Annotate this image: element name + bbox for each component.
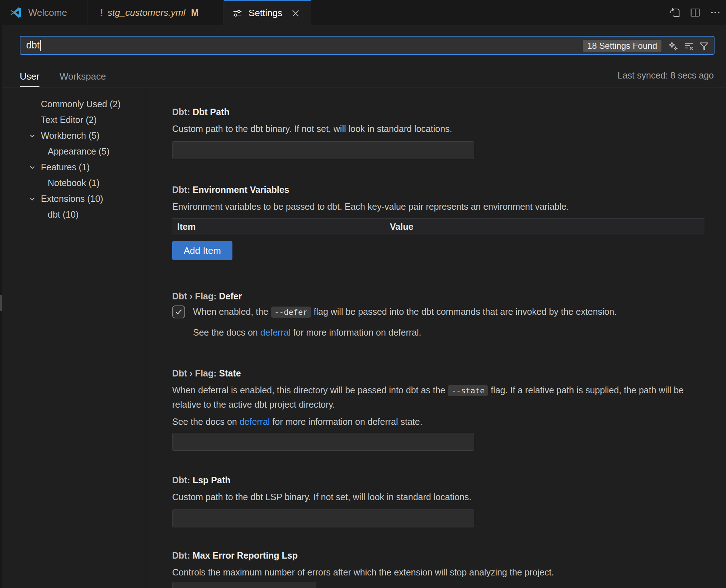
env-variables-table: Item Value — [172, 218, 704, 235]
setting-title: Dbt: Max Error Reporting Lsp — [172, 550, 707, 561]
setting-title: Dbt: Dbt Path — [172, 106, 707, 118]
settings-list: Dbt: Dbt Path Custom path to the dbt bin… — [146, 87, 726, 588]
clear-search-filters-icon[interactable] — [683, 41, 694, 52]
yaml-file-icon: ! — [100, 7, 103, 18]
close-icon[interactable] — [291, 9, 300, 18]
setting-flag-defer: Dbt › Flag: Defer When enabled, the --de… — [172, 290, 707, 339]
setting-description: Controls the maximum number of errors af… — [172, 565, 707, 579]
setting-title: Dbt: Lsp Path — [172, 474, 707, 486]
split-editor-icon[interactable] — [689, 7, 701, 18]
tab-file-label: stg_customers.yml — [108, 7, 185, 18]
modified-badge: M — [191, 8, 199, 18]
ai-search-icon[interactable] — [668, 41, 679, 52]
toc-item-extensions[interactable]: Extensions (10) — [2, 191, 145, 207]
editor-actions — [669, 0, 721, 25]
toc-item-features[interactable]: Features (1) — [2, 159, 145, 175]
add-item-button[interactable]: Add Item — [172, 241, 232, 260]
tab-welcome[interactable]: Welcome — [0, 0, 88, 25]
defer-checkbox[interactable] — [172, 305, 185, 318]
results-count-badge: 18 Settings Found — [583, 40, 661, 52]
open-preview-icon[interactable] — [669, 7, 681, 18]
setting-description: Environment variables to be passed to db… — [172, 200, 707, 213]
toc-item-commonly-used[interactable]: Commonly Used (2) — [2, 96, 145, 112]
dbt-path-input[interactable] — [172, 141, 474, 159]
setting-description: When enabled, the --defer flag will be p… — [193, 305, 617, 319]
setting-title: Dbt › Flag: State — [172, 368, 707, 379]
docs-note: See the docs on deferral for more inform… — [172, 415, 707, 428]
tab-settings[interactable]: Settings — [224, 0, 311, 25]
column-header-value: Value — [390, 219, 413, 235]
docs-note: See the docs on deferral for more inform… — [193, 326, 707, 339]
chevron-down-icon — [28, 195, 36, 203]
scope-tabs: User Workspace — [20, 71, 106, 87]
setting-dbt-path: Dbt: Dbt Path Custom path to the dbt bin… — [172, 106, 707, 159]
chevron-down-icon — [28, 132, 36, 140]
tab-settings-label: Settings — [249, 8, 282, 19]
setting-max-error-reporting-lsp: Dbt: Max Error Reporting Lsp Controls th… — [172, 550, 707, 588]
code-defer-flag: --defer — [271, 307, 311, 318]
deferral-docs-link[interactable]: deferral — [260, 327, 291, 337]
settings-sliders-icon — [232, 8, 243, 19]
defer-checkbox-row: When enabled, the --defer flag will be p… — [172, 305, 707, 319]
toc-item-dbt[interactable]: dbt (10) — [2, 207, 145, 222]
checkmark-icon — [174, 308, 183, 316]
scope-tab-workspace[interactable]: Workspace — [60, 71, 106, 87]
text-caret — [40, 40, 41, 51]
toc-item-appearance[interactable]: Appearance (5) — [2, 143, 145, 159]
search-query-text: dbt — [26, 40, 40, 51]
filter-icon[interactable] — [698, 41, 710, 52]
tab-stg-customers[interactable]: ! stg_customers.yml M — [88, 0, 224, 25]
column-header-item: Item — [177, 219, 195, 235]
setting-description: When deferral is enabled, this directory… — [172, 383, 707, 411]
setting-description: Custom path to the dbt LSP binary. If no… — [172, 490, 707, 504]
setting-title: Dbt › Flag: Defer — [172, 290, 707, 302]
settings-toc: Commonly Used (2) Text Editor (2) Workbe… — [2, 87, 145, 588]
vscode-logo-icon — [10, 6, 22, 19]
max-error-reporting-input[interactable] — [172, 582, 316, 588]
setting-description: Custom path to the dbt binary. If not se… — [172, 122, 707, 136]
more-actions-icon[interactable] — [710, 7, 721, 18]
setting-environment-variables: Dbt: Environment Variables Environment v… — [172, 184, 707, 260]
last-synced-status: Last synced: 8 secs ago — [618, 70, 714, 81]
lsp-path-input[interactable] — [172, 509, 474, 527]
toc-item-notebook[interactable]: Notebook (1) — [2, 175, 145, 191]
tab-welcome-label: Welcome — [28, 7, 67, 18]
editor-tab-strip: Welcome ! stg_customers.yml M Settings — [0, 0, 726, 25]
code-state-flag: --state — [448, 385, 488, 396]
chevron-down-icon — [28, 163, 36, 171]
toc-item-workbench[interactable]: Workbench (5) — [2, 128, 145, 143]
settings-header: dbt 18 Settings Found User Workspace Las… — [0, 25, 726, 87]
setting-flag-state: Dbt › Flag: State When deferral is enabl… — [172, 368, 707, 451]
setting-title: Dbt: Environment Variables — [172, 184, 707, 195]
deferral-docs-link[interactable]: deferral — [240, 417, 270, 427]
setting-lsp-path: Dbt: Lsp Path Custom path to the dbt LSP… — [172, 474, 707, 527]
scope-tab-user[interactable]: User — [20, 71, 39, 87]
toc-item-text-editor[interactable]: Text Editor (2) — [2, 112, 145, 128]
settings-search-input[interactable]: dbt 18 Settings Found — [20, 36, 715, 55]
state-path-input[interactable] — [172, 433, 474, 451]
